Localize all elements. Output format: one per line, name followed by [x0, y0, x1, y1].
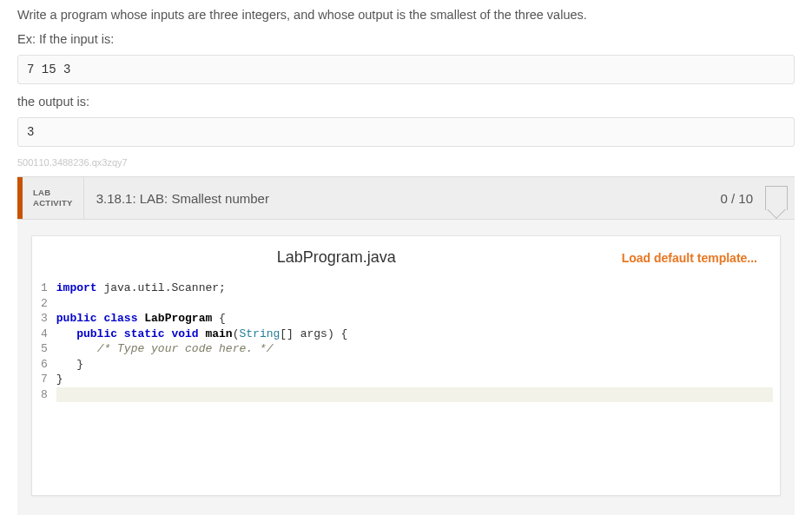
code-editor[interactable]: 12345678 import java.util.Scanner;public… [32, 279, 780, 456]
code-line[interactable] [56, 296, 773, 312]
activity-score: 0 / 10 [711, 177, 762, 219]
line-number: 5 [41, 341, 48, 357]
filename-label: LabProgram.java [51, 248, 622, 267]
example-output-box: 3 [17, 117, 795, 147]
editor-outer: LabProgram.java Load default template...… [17, 220, 795, 515]
code-line[interactable]: public class LabProgram { [56, 311, 773, 327]
problem-description: Write a program whose inputs are three i… [17, 8, 795, 22]
expand-toggle[interactable] [765, 186, 788, 210]
load-default-template-link[interactable]: Load default template... [622, 251, 761, 265]
line-number: 1 [41, 281, 48, 296]
line-number: 6 [41, 357, 48, 373]
code-line[interactable]: } [56, 357, 773, 373]
editor-header: LabProgram.java Load default template... [32, 236, 780, 279]
activity-label-line2: ACTIVITY [33, 198, 73, 208]
code-line[interactable]: /* Type your code here. */ [56, 341, 773, 357]
code-line[interactable]: public static void main(String[] args) { [56, 327, 773, 342]
editor-panel: LabProgram.java Load default template...… [31, 235, 781, 496]
activity-type-label: LAB ACTIVITY [23, 177, 84, 219]
example-input-box: 7 15 3 [17, 55, 795, 84]
line-gutter: 12345678 [32, 279, 53, 404]
activity-label-line1: LAB [33, 188, 50, 198]
activity-bar: LAB ACTIVITY 3.18.1: LAB: Smallest numbe… [17, 176, 795, 220]
output-label: the output is: [17, 95, 795, 109]
code-line[interactable]: } [56, 372, 773, 387]
code-line[interactable]: import java.util.Scanner; [56, 281, 773, 296]
example-label: Ex: If the input is: [17, 32, 795, 46]
line-number: 3 [41, 311, 48, 327]
code-line[interactable] [56, 387, 773, 403]
line-number: 4 [41, 327, 48, 342]
activity-title: 3.18.1: LAB: Smallest number [84, 177, 712, 219]
line-number: 8 [41, 387, 48, 403]
line-number: 7 [41, 372, 48, 387]
line-number: 2 [41, 296, 48, 312]
code-lines[interactable]: import java.util.Scanner;public class La… [53, 279, 780, 404]
watermark-text: 500110.3488236.qx3zqy7 [17, 157, 795, 168]
